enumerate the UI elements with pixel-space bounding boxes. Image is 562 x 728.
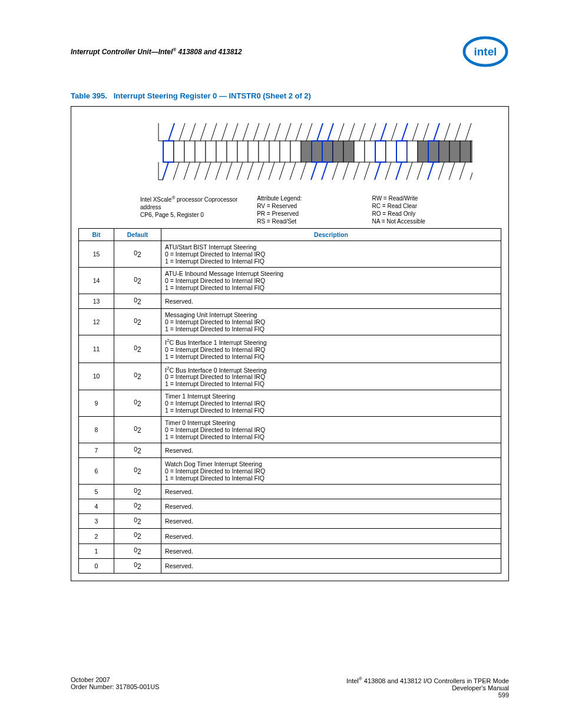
description-cell: Reserved.: [161, 499, 501, 514]
bit-cell: 6: [79, 458, 114, 485]
footer-doc-title: Intel® 413808 and 413812 I/O Controllers…: [346, 676, 509, 684]
footer-order-number: Order Number: 317805-001US: [71, 683, 159, 690]
coproc-label-line3: CP6, Page 5, Register 0: [140, 212, 257, 218]
svg-line-40: [222, 123, 227, 141]
table-row: 302Reserved.: [79, 514, 501, 529]
default-cell: 02: [114, 309, 161, 335]
register-table: Bit Default Description 1502ATU/Start BI…: [78, 228, 501, 574]
svg-rect-15: [290, 141, 301, 162]
svg-line-46: [285, 123, 291, 141]
default-cell: 02: [114, 443, 161, 458]
attribute-legend-right: RW = Read/Write RC = Read Clear RO = Rea…: [372, 195, 495, 225]
default-cell: 02: [114, 529, 161, 543]
svg-line-63: [465, 123, 471, 141]
table-header-row: Bit Default Description: [79, 229, 501, 241]
default-cell: 02: [114, 417, 161, 443]
svg-rect-18: [322, 141, 333, 162]
description-cell: Reserved.: [161, 485, 501, 499]
svg-line-54: [370, 123, 376, 141]
bit-cell: 14: [79, 268, 114, 294]
legend-rv: RV = Reserved: [257, 203, 372, 209]
svg-line-91: [417, 162, 423, 180]
col-description: Description: [161, 229, 501, 241]
page-header: Interrupt Controller Unit—Intel® 413808 …: [71, 35, 509, 68]
table-row: 802Timer 0 Interrupt Steering0 = Interru…: [79, 417, 501, 443]
svg-line-89: [396, 162, 402, 180]
svg-line-39: [211, 123, 217, 141]
footer-date: October 2007: [71, 676, 159, 683]
table-row: 1202Messaging Unit Interrupt Steering0 =…: [79, 309, 501, 335]
svg-line-55: [381, 123, 386, 141]
description-cell: Timer 0 Interrupt Steering0 = Interrupt …: [161, 417, 501, 443]
legend-pr: PR = Preserved: [257, 210, 372, 217]
svg-rect-11: [248, 141, 259, 162]
default-cell: 02: [114, 558, 161, 573]
svg-line-59: [423, 123, 429, 141]
default-cell: 02: [114, 458, 161, 485]
svg-rect-14: [280, 141, 290, 162]
default-cell: 02: [114, 335, 161, 363]
description-cell: ATU/Start BIST Interrupt Steering0 = Int…: [161, 241, 501, 268]
table-row: 1502ATU/Start BIST Interrupt Steering0 =…: [79, 241, 501, 268]
table-row: 1302Reserved.: [79, 294, 501, 309]
default-cell: 02: [114, 499, 161, 514]
svg-line-94: [449, 162, 455, 180]
table-title: Interrupt Steering Register 0 — INTSTR0 …: [114, 91, 311, 100]
intel-logo-icon: intel: [462, 35, 509, 68]
svg-text:intel: intel: [474, 45, 497, 58]
footer-doc-subtitle: Developer's Manual: [346, 684, 509, 691]
svg-line-47: [296, 123, 302, 141]
svg-rect-22: [365, 141, 375, 162]
svg-line-44: [264, 123, 270, 141]
description-cell: Reserved.: [161, 543, 501, 558]
svg-line-43: [253, 123, 259, 141]
description-cell: Watch Dog Timer Interrupt Steering0 = In…: [161, 458, 501, 485]
svg-line-58: [412, 123, 418, 141]
svg-rect-8: [216, 141, 227, 162]
bit-cell: 9: [79, 390, 114, 417]
diagram-label-left: Intel XScale® processor Coprocessor addr…: [84, 195, 257, 225]
svg-rect-7: [206, 141, 216, 162]
svg-rect-28: [428, 141, 439, 162]
svg-line-36: [179, 123, 185, 141]
svg-line-53: [359, 123, 365, 141]
default-cell: 02: [114, 268, 161, 294]
description-cell: ATU-E Inbound Message Interrupt Steering…: [161, 268, 501, 294]
svg-rect-3: [163, 141, 174, 162]
table-row: 1402ATU-E Inbound Message Interrupt Stee…: [79, 268, 501, 294]
svg-rect-30: [449, 141, 460, 162]
header-title: Interrupt Controller Unit—Intel® 413808 …: [71, 47, 242, 56]
default-cell: 02: [114, 543, 161, 558]
bit-cell: 2: [79, 529, 114, 543]
legend-rs: RS = Read/Set: [257, 218, 372, 225]
svg-rect-29: [439, 141, 449, 162]
svg-line-70: [194, 162, 200, 180]
bit-cell: 7: [79, 443, 114, 458]
svg-line-73: [226, 162, 232, 180]
svg-rect-9: [227, 141, 237, 162]
description-cell: Reserved.: [161, 558, 501, 573]
svg-line-68: [173, 162, 179, 180]
svg-line-74: [237, 162, 243, 180]
svg-line-86: [364, 162, 370, 180]
svg-line-92: [428, 162, 434, 180]
svg-line-48: [306, 123, 312, 141]
description-cell: Reserved.: [161, 514, 501, 529]
svg-line-87: [375, 162, 381, 180]
table-row: 502Reserved.: [79, 485, 501, 499]
svg-line-88: [385, 162, 391, 180]
svg-rect-31: [460, 141, 471, 162]
bit-cell: 12: [79, 309, 114, 335]
svg-rect-24: [386, 141, 396, 162]
svg-rect-23: [375, 141, 386, 162]
svg-line-49: [317, 123, 323, 141]
coproc-label-line1: Intel XScale® processor Coprocessor: [140, 195, 257, 203]
default-cell: 02: [114, 294, 161, 309]
default-cell: 02: [114, 514, 161, 529]
svg-line-41: [232, 123, 238, 141]
svg-line-96: [470, 162, 472, 180]
svg-line-79: [290, 162, 296, 180]
svg-line-50: [328, 123, 333, 141]
table-row: 1102I2C Bus Interface 1 Interrupt Steeri…: [79, 335, 501, 363]
svg-line-95: [459, 162, 465, 180]
